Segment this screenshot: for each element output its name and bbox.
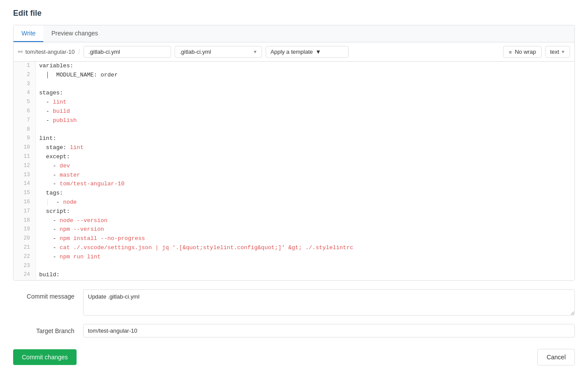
line-code: lint: bbox=[35, 134, 574, 143]
table-row: 25 stage: build bbox=[14, 280, 574, 280]
branch-label: ⚯ tom/test-angular-10 bbox=[18, 49, 75, 55]
line-code: tags: bbox=[35, 189, 574, 198]
line-code: - lint bbox=[35, 98, 574, 107]
line-code: │ - node bbox=[35, 198, 574, 207]
commit-message-field bbox=[83, 289, 575, 317]
filename-input[interactable] bbox=[84, 46, 171, 58]
table-row: 12 - dev bbox=[14, 162, 574, 171]
table-row: 19 - npm --version bbox=[14, 225, 574, 234]
target-branch-row: Target Branch bbox=[13, 324, 575, 337]
table-row: 6 - build bbox=[14, 107, 574, 116]
table-row: 7 - publish bbox=[14, 116, 574, 125]
cancel-button[interactable]: Cancel bbox=[537, 349, 575, 365]
table-row: 17 script: bbox=[14, 207, 574, 216]
commit-message-row: Commit message bbox=[13, 289, 575, 317]
nowrap-label: No wrap bbox=[515, 49, 536, 55]
line-number: 17 bbox=[14, 207, 35, 216]
table-row: 21 - cat ./.vscode/settings.json | jq '.… bbox=[14, 243, 574, 253]
line-number: 12 bbox=[14, 162, 35, 171]
line-number: 4 bbox=[14, 89, 35, 98]
line-code: - dev bbox=[35, 162, 574, 171]
line-number: 2 bbox=[14, 71, 35, 80]
commit-message-textarea[interactable] bbox=[83, 289, 575, 316]
line-number: 18 bbox=[14, 216, 35, 226]
line-number: 20 bbox=[14, 234, 35, 243]
table-row: 4stages: bbox=[14, 89, 574, 98]
tab-preview[interactable]: Preview changes bbox=[43, 25, 106, 42]
tabs-bar: Write Preview changes bbox=[14, 25, 574, 42]
chevron-down-icon: ▼ bbox=[253, 49, 257, 54]
branch-name: tom/test-angular-10 bbox=[25, 49, 75, 55]
table-row: 18 - node --version bbox=[14, 216, 574, 226]
template-select[interactable]: .gitlab-ci.yml ▼ bbox=[175, 46, 262, 58]
text-type-button[interactable]: text ▼ bbox=[545, 46, 570, 58]
line-code bbox=[35, 80, 574, 89]
line-number: 8 bbox=[14, 125, 35, 135]
line-code: - npm install --no-progress bbox=[35, 234, 574, 243]
table-row: 10 stage: lint bbox=[14, 143, 574, 153]
line-number: 6 bbox=[14, 107, 35, 116]
line-number: 23 bbox=[14, 262, 35, 271]
apply-template-label: Apply a template bbox=[270, 49, 313, 55]
line-code: - npm run lint bbox=[35, 253, 574, 262]
line-code: script: bbox=[35, 207, 574, 216]
chevron-down-icon-2: ▼ bbox=[315, 49, 321, 55]
path-separator: / bbox=[78, 48, 80, 56]
line-number: 25 bbox=[14, 280, 35, 280]
line-number: 15 bbox=[14, 189, 35, 198]
line-number: 24 bbox=[14, 271, 35, 280]
line-code: - master bbox=[35, 171, 574, 180]
commit-changes-button[interactable]: Commit changes bbox=[13, 349, 77, 365]
line-code bbox=[35, 125, 574, 135]
line-number: 3 bbox=[14, 80, 35, 89]
editor-wrapper: Write Preview changes ⚯ tom/test-angular… bbox=[13, 25, 575, 281]
line-code: - npm --version bbox=[35, 225, 574, 234]
line-number: 10 bbox=[14, 143, 35, 153]
commit-form: Commit message Target Branch Commit chan… bbox=[13, 281, 575, 370]
line-code: except: bbox=[35, 153, 574, 162]
page-title: Edit file bbox=[13, 9, 575, 18]
line-code: stage: lint bbox=[35, 143, 574, 153]
git-branch-icon: ⚯ bbox=[18, 49, 23, 55]
lines-icon: ≡ bbox=[509, 49, 512, 55]
line-code: build: bbox=[35, 271, 574, 280]
code-table: 1variables:2 │ MODULE_NAME: order3 4stag… bbox=[14, 62, 574, 280]
table-row: 13 - master bbox=[14, 171, 574, 180]
table-row: 23 bbox=[14, 262, 574, 271]
line-code: - tom/test-angular-10 bbox=[35, 180, 574, 189]
line-code: │ MODULE_NAME: order bbox=[35, 71, 574, 80]
line-number: 11 bbox=[14, 153, 35, 162]
tab-write[interactable]: Write bbox=[14, 25, 43, 42]
table-row: 16 │ - node bbox=[14, 198, 574, 207]
table-row: 11 except: bbox=[14, 153, 574, 162]
template-select-value: .gitlab-ci.yml bbox=[179, 49, 211, 55]
table-row: 1variables: bbox=[14, 62, 574, 71]
line-code: - cat ./.vscode/settings.json | jq '.[&q… bbox=[35, 243, 574, 253]
table-row: 22 - npm run lint bbox=[14, 253, 574, 262]
table-row: 14 - tom/test-angular-10 bbox=[14, 180, 574, 189]
code-editor[interactable]: 1variables:2 │ MODULE_NAME: order3 4stag… bbox=[14, 62, 574, 280]
target-branch-field bbox=[83, 324, 575, 337]
commit-message-label: Commit message bbox=[13, 289, 83, 300]
nowrap-button[interactable]: ≡ No wrap bbox=[503, 46, 542, 58]
editor-toolbar: ⚯ tom/test-angular-10 / .gitlab-ci.yml ▼… bbox=[14, 42, 574, 62]
line-number: 14 bbox=[14, 180, 35, 189]
line-number: 7 bbox=[14, 116, 35, 125]
line-number: 9 bbox=[14, 134, 35, 143]
line-code: variables: bbox=[35, 62, 574, 71]
line-code: stages: bbox=[35, 89, 574, 98]
table-row: 2 │ MODULE_NAME: order bbox=[14, 71, 574, 80]
line-number: 22 bbox=[14, 253, 35, 262]
target-branch-label: Target Branch bbox=[13, 324, 83, 334]
line-code bbox=[35, 262, 574, 271]
chevron-down-icon-3: ▼ bbox=[561, 49, 565, 54]
target-branch-input[interactable] bbox=[83, 324, 575, 337]
table-row: 3 bbox=[14, 80, 574, 89]
line-number: 21 bbox=[14, 243, 35, 253]
line-code: - node --version bbox=[35, 216, 574, 226]
line-code: stage: build bbox=[35, 280, 574, 280]
table-row: 5 - lint bbox=[14, 98, 574, 107]
line-code: - publish bbox=[35, 116, 574, 125]
line-number: 16 bbox=[14, 198, 35, 207]
apply-template-dropdown[interactable]: Apply a template ▼ bbox=[266, 46, 349, 58]
